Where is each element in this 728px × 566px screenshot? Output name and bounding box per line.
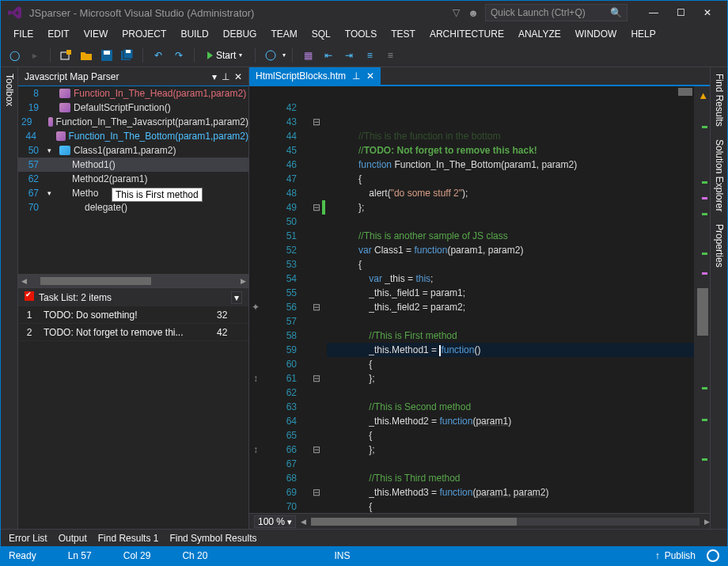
task-row[interactable]: 2TODO: Not forget to remove thi...42: [18, 324, 248, 341]
zoom-dropdown[interactable]: 100 % ▾: [254, 515, 296, 528]
menu-help[interactable]: HELP: [624, 26, 662, 42]
code-line[interactable]: {: [327, 428, 694, 443]
code-line[interactable]: [327, 457, 694, 471]
menu-team[interactable]: TEAM: [264, 26, 303, 42]
tree-item[interactable]: 57Method1(): [18, 158, 248, 172]
menu-window[interactable]: WINDOW: [569, 26, 624, 42]
task-list-dropdown-icon[interactable]: ▾: [231, 291, 242, 304]
menu-project[interactable]: PROJECT: [116, 26, 173, 42]
side-tab[interactable]: Properties: [711, 218, 727, 274]
menu-file[interactable]: FILE: [7, 26, 40, 42]
code-line[interactable]: [327, 314, 694, 329]
file-tab[interactable]: HtmlScriptBlocks.htm ⊥ ✕: [249, 67, 381, 85]
code-line[interactable]: _this.Method2 = function(param1): [327, 414, 694, 428]
save-all-button[interactable]: [119, 47, 136, 64]
code-line[interactable]: function Function_In_The_Bottom(param1, …: [327, 158, 694, 172]
bottom-tab[interactable]: Find Results 1: [98, 533, 159, 544]
task-row[interactable]: 1TODO: Do something!32: [18, 306, 248, 324]
hscroll-left-icon[interactable]: ◀: [301, 518, 306, 526]
undo-button[interactable]: ↶: [150, 47, 167, 64]
new-project-button[interactable]: [57, 47, 74, 64]
step-config-button[interactable]: ▦: [299, 47, 317, 64]
tree-item[interactable]: 62Method2(param1): [18, 172, 248, 186]
status-char: Ch 20: [182, 550, 207, 561]
side-tab[interactable]: Find Results: [711, 67, 727, 133]
code-line[interactable]: _this._field2 = param2;: [327, 300, 694, 314]
nav-back-button[interactable]: ◯: [6, 47, 23, 64]
bottom-tab[interactable]: Output: [59, 533, 87, 544]
menu-build[interactable]: BUILD: [174, 26, 214, 42]
uncomment-button[interactable]: ≡: [381, 47, 399, 64]
menu-analyze[interactable]: ANALYZE: [512, 26, 567, 42]
code-line[interactable]: };: [327, 200, 694, 215]
code-line[interactable]: _this.Method1 = function(): [327, 343, 694, 357]
menu-edit[interactable]: EDIT: [41, 26, 75, 42]
function-tree[interactable]: 8Function_In_The_Head(param1,param2)19De…: [18, 86, 248, 274]
start-debug-button[interactable]: Start ▾: [201, 48, 248, 63]
hscroll-right-icon[interactable]: ▶: [704, 518, 710, 526]
flag-icon[interactable]: ▽: [453, 7, 460, 18]
code-line[interactable]: //This is another sample of JS class: [327, 229, 694, 243]
pin-icon[interactable]: ⊥: [222, 71, 229, 82]
code-line[interactable]: var _this = this;: [327, 272, 694, 286]
code-line[interactable]: {: [327, 172, 694, 186]
code-line[interactable]: //This is Second method: [327, 400, 694, 414]
tree-item[interactable]: 50▾Class1(param1,param2): [18, 143, 248, 158]
code-line[interactable]: [327, 215, 694, 229]
redo-button[interactable]: ↷: [170, 47, 188, 64]
close-button[interactable]: ✕: [694, 3, 721, 22]
menu-sql[interactable]: SQL: [305, 26, 337, 42]
menu-debug[interactable]: DEBUG: [217, 26, 264, 42]
code-line[interactable]: //This is the function in the bottom: [327, 129, 694, 143]
code-line[interactable]: alert("do some stuff 2");: [327, 186, 694, 200]
code-line[interactable]: _this._field1 = param1;: [327, 286, 694, 300]
quick-launch-input[interactable]: Quick Launch (Ctrl+Q) 🔍: [485, 4, 628, 21]
comment-button[interactable]: ≡: [361, 47, 378, 64]
feedback-icon[interactable]: ☻: [468, 7, 479, 19]
save-button[interactable]: [98, 47, 116, 64]
side-tab[interactable]: Solution Explorer: [711, 133, 727, 218]
code-line[interactable]: //TODO: Not forget to remove this hack!: [327, 143, 694, 158]
maximize-button[interactable]: ☐: [667, 3, 694, 22]
editor-vscrollbar[interactable]: ▲: [694, 86, 710, 513]
browser-select-button[interactable]: [262, 47, 279, 64]
code-line[interactable]: //This is Third method: [327, 471, 694, 485]
code-editor[interactable]: ✦↕↕ 424344454647484950515253545556575859…: [249, 86, 710, 513]
close-tab-icon[interactable]: ✕: [366, 70, 374, 82]
close-panel-icon[interactable]: ✕: [234, 71, 242, 82]
code-line[interactable]: {: [327, 257, 694, 272]
tree-item[interactable]: 8Function_In_The_Head(param1,param2): [18, 86, 248, 101]
menu-tools[interactable]: TOOLS: [339, 26, 383, 42]
code-line[interactable]: //This is First method: [327, 329, 694, 343]
notification-icon[interactable]: [707, 549, 719, 562]
code-line[interactable]: var Class1 = function(param1, param2): [327, 243, 694, 257]
code-line[interactable]: {: [327, 500, 694, 513]
tree-item[interactable]: 44Function_In_The_Bottom(param1,param2): [18, 129, 248, 143]
bottom-tab[interactable]: Error List: [9, 533, 47, 544]
bottom-tab[interactable]: Find Symbol Results: [169, 533, 256, 544]
vs-logo-icon: [7, 5, 23, 21]
split-handle[interactable]: [678, 88, 692, 96]
indent-more-button[interactable]: ⇥: [340, 47, 358, 64]
code-line[interactable]: _this.Method3 = function(param1, param2): [327, 485, 694, 500]
code-line[interactable]: };: [327, 371, 694, 386]
code-line[interactable]: };: [327, 443, 694, 457]
tree-item[interactable]: 29Function_In_The_Javascript(param1,para…: [18, 115, 248, 129]
tree-item[interactable]: 19DefaultScriptFunction(): [18, 101, 248, 115]
window-position-icon[interactable]: ▾: [212, 71, 217, 82]
pin-tab-icon[interactable]: ⊥: [352, 70, 360, 82]
nav-fwd-button[interactable]: ▸: [26, 47, 44, 64]
open-file-button[interactable]: [78, 47, 95, 64]
menu-view[interactable]: VIEW: [78, 26, 115, 42]
menu-test[interactable]: TEST: [385, 26, 422, 42]
toolbox-tab[interactable]: Toolbox: [1, 67, 18, 529]
menu-architecture[interactable]: ARCHITECTURE: [423, 26, 510, 42]
code-line[interactable]: [327, 386, 694, 400]
code-line[interactable]: {: [327, 357, 694, 371]
status-col: Col 29: [123, 550, 151, 561]
minimize-button[interactable]: —: [640, 3, 667, 22]
tree-hscrollbar[interactable]: ◀▶: [18, 274, 248, 287]
indent-less-button[interactable]: ⇤: [320, 47, 337, 64]
publish-button[interactable]: ↑ Publish: [655, 550, 696, 561]
tree-item[interactable]: 70delegate(): [18, 200, 248, 215]
